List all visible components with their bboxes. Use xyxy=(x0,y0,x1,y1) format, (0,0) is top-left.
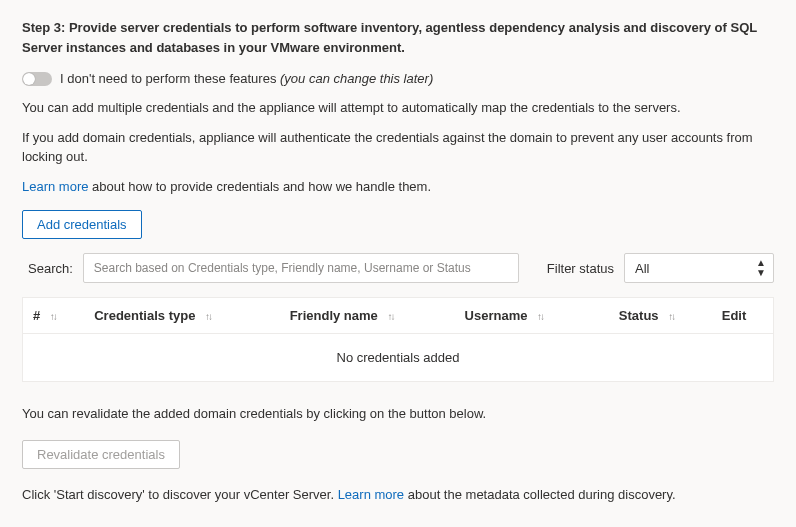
col-index-label: # xyxy=(33,308,40,323)
col-edit: Edit xyxy=(712,298,774,334)
learn-more-line: Learn more about how to provide credenti… xyxy=(22,177,774,197)
filter-status-select[interactable]: All xyxy=(624,253,774,283)
search-filter-row: Search: Filter status All ▲▼ xyxy=(22,253,774,283)
table-empty-row: No credentials added xyxy=(23,334,774,382)
sort-icon: ↑↓ xyxy=(668,311,674,322)
revalidate-block: You can revalidate the added domain cred… xyxy=(22,404,774,485)
col-status-label: Status xyxy=(619,308,659,323)
filter-status-label: Filter status xyxy=(547,261,614,276)
search-label: Search: xyxy=(22,261,73,276)
toggle-row: I don't need to perform these features (… xyxy=(22,71,774,86)
filter-status-value: All xyxy=(635,261,649,276)
search-input[interactable] xyxy=(83,253,519,283)
step-title: Step 3: Provide server credentials to pe… xyxy=(22,18,774,57)
add-credentials-button[interactable]: Add credentials xyxy=(22,210,142,239)
col-index[interactable]: # ↑↓ xyxy=(23,298,85,334)
perform-features-toggle[interactable] xyxy=(22,72,52,86)
col-credentials-type[interactable]: Credentials type ↑↓ xyxy=(84,298,279,334)
learn-more-tail: about how to provide credentials and how… xyxy=(88,179,431,194)
credentials-table: # ↑↓ Credentials type ↑↓ Friendly name ↑… xyxy=(22,297,774,382)
sort-icon: ↑↓ xyxy=(205,311,211,322)
toggle-knob xyxy=(23,73,35,85)
learn-more-link[interactable]: Learn more xyxy=(22,179,88,194)
paragraph-multi-creds: You can add multiple credentials and the… xyxy=(22,98,774,118)
col-edit-label: Edit xyxy=(722,308,747,323)
step3-panel: Step 3: Provide server credentials to pe… xyxy=(0,0,796,527)
table-empty-message: No credentials added xyxy=(23,334,774,382)
col-friendly-name[interactable]: Friendly name ↑↓ xyxy=(280,298,455,334)
col-status[interactable]: Status ↑↓ xyxy=(609,298,712,334)
step3-root: Step 3: Provide server credentials to pe… xyxy=(0,0,796,527)
revalidate-text: You can revalidate the added domain cred… xyxy=(22,404,774,424)
col-username[interactable]: Username ↑↓ xyxy=(455,298,609,334)
discovery-pre: Click 'Start discovery' to discover your… xyxy=(22,487,338,502)
toggle-label-hint: (you can change this later) xyxy=(280,71,433,86)
col-type-label: Credentials type xyxy=(94,308,195,323)
credentials-table-head: # ↑↓ Credentials type ↑↓ Friendly name ↑… xyxy=(23,298,774,334)
discovery-line: Click 'Start discovery' to discover your… xyxy=(22,485,774,505)
credentials-table-body: No credentials added xyxy=(23,334,774,382)
discovery-learn-more-link[interactable]: Learn more xyxy=(338,487,404,502)
toggle-label: I don't need to perform these features (… xyxy=(60,71,433,86)
col-username-label: Username xyxy=(465,308,528,323)
revalidate-credentials-button[interactable]: Revalidate credentials xyxy=(22,440,180,469)
sort-icon: ↑↓ xyxy=(50,311,56,322)
sort-icon: ↑↓ xyxy=(387,311,393,322)
col-friendly-label: Friendly name xyxy=(290,308,378,323)
paragraph-domain-creds: If you add domain credentials, appliance… xyxy=(22,128,774,167)
discovery-post: about the metadata collected during disc… xyxy=(404,487,675,502)
toggle-label-text: I don't need to perform these features xyxy=(60,71,276,86)
filter-status-select-wrap: All ▲▼ xyxy=(624,253,774,283)
sort-icon: ↑↓ xyxy=(537,311,543,322)
